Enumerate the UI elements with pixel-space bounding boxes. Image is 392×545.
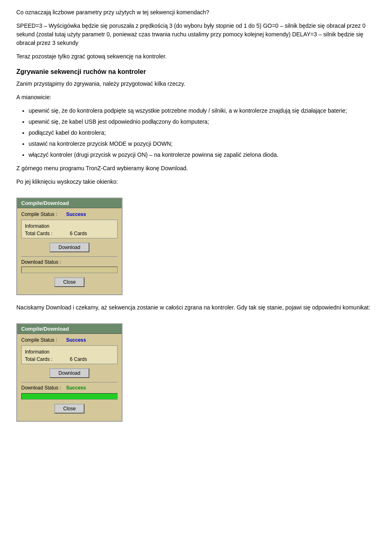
- dialog1: Compile/Download Compile Status : Succes…: [16, 198, 122, 295]
- bullet-list: upewnić się, że do kontrolera podpięte s…: [29, 107, 376, 159]
- dialog2-compile-value: Success: [66, 337, 86, 343]
- dialog2-body: Compile Status : Success Information Tot…: [17, 334, 122, 421]
- dialog2-download-row: Download: [21, 367, 118, 380]
- dialog1-title: Compile/Download: [21, 200, 69, 206]
- dialog2-download-button[interactable]: Download: [49, 368, 89, 378]
- mianowicie-text: A mianowicie:: [16, 93, 376, 102]
- dialog1-body: Compile Status : Success Information Tot…: [17, 208, 122, 294]
- dialog1-total-row: Total Cards : 6 Cards: [25, 231, 114, 236]
- dialog2-total-label: Total Cards :: [25, 356, 70, 362]
- dialog1-download-row: Download: [21, 241, 118, 254]
- list-item: upewnić się, że kabel USB jest odpowiedn…: [29, 118, 376, 126]
- dialog1-total-value: 6 Cards: [70, 231, 87, 236]
- intro-question: Co oznaczają liczbowe parametry przy uży…: [16, 8, 376, 17]
- section-heading: Zgrywanie sekwencji ruchów na kontroler: [16, 68, 376, 76]
- z-gornego-text: Z górnego menu programu TronZ-Card wybie…: [16, 164, 376, 173]
- dialog1-info-label: Information: [25, 223, 114, 229]
- zanim-text: Zanim przystąpimy do zgrywania, należy p…: [16, 80, 376, 88]
- dialog1-info-box: Information Total Cards : 6 Cards: [21, 220, 118, 238]
- dialog2-info-box: Information Total Cards : 6 Cards: [21, 345, 118, 364]
- dialog2-compile-label: Compile Status :: [21, 337, 66, 343]
- dialog2-status-value: Success: [66, 385, 86, 391]
- dialog2-total-value: 6 Cards: [70, 356, 87, 362]
- dialog2-status-bar: [21, 393, 118, 400]
- remaining-text: Teraz pozostaje tylko zgrać gotową sekwe…: [16, 52, 376, 61]
- page-content: Co oznaczają liczbowe parametry przy uży…: [16, 8, 376, 430]
- dialog1-status-label: Download Status :: [21, 259, 118, 265]
- dialog1-download-button[interactable]: Download: [49, 242, 89, 252]
- dialog2-title: Compile/Download: [21, 326, 69, 332]
- dialog2-titlebar: Compile/Download: [17, 324, 122, 334]
- dialog1-close-button[interactable]: Close: [54, 277, 85, 287]
- dialog2-total-row: Total Cards : 6 Cards: [25, 356, 114, 362]
- dialog2-compile-row: Compile Status : Success: [21, 337, 118, 343]
- speed-explanation: SPEED=3 – Wyścigówka będzie się poruszał…: [16, 22, 376, 47]
- list-item: włączyć kontroler (drugi przycisk w pozy…: [29, 151, 376, 159]
- naciskamy-text: Naciskamy Download i czekamy, aż sekwenc…: [16, 303, 376, 312]
- dialog2-status-row: Download Status : Success: [21, 385, 118, 391]
- dialog1-compile-value: Success: [66, 211, 86, 217]
- dialog2: Compile/Download Compile Status : Succes…: [16, 323, 122, 422]
- dialog1-close-row: Close: [21, 276, 118, 289]
- list-item: upewnić się, że do kontrolera podpięte s…: [29, 107, 376, 115]
- list-item: podłączyć kabel do kontrolera;: [29, 129, 376, 137]
- dialog2-close-button[interactable]: Close: [54, 404, 85, 414]
- dialog2-divider: [21, 382, 118, 383]
- list-item: ustawić na kontrolerze przycisk MODE w p…: [29, 140, 376, 148]
- po-jej-text: Po jej kliknięciu wyskoczy takie okienko…: [16, 178, 376, 186]
- dialog1-total-label: Total Cards :: [25, 231, 70, 236]
- dialog2-close-row: Close: [21, 402, 118, 415]
- dialog1-status-bar: [21, 267, 118, 273]
- dialog1-divider: [21, 256, 118, 257]
- dialog2-status-label: Download Status :: [21, 385, 66, 391]
- dialog1-compile-row: Compile Status : Success: [21, 211, 118, 217]
- dialog2-info-label: Information: [25, 349, 114, 355]
- dialog1-compile-label: Compile Status :: [21, 211, 66, 217]
- dialog1-titlebar: Compile/Download: [17, 198, 122, 208]
